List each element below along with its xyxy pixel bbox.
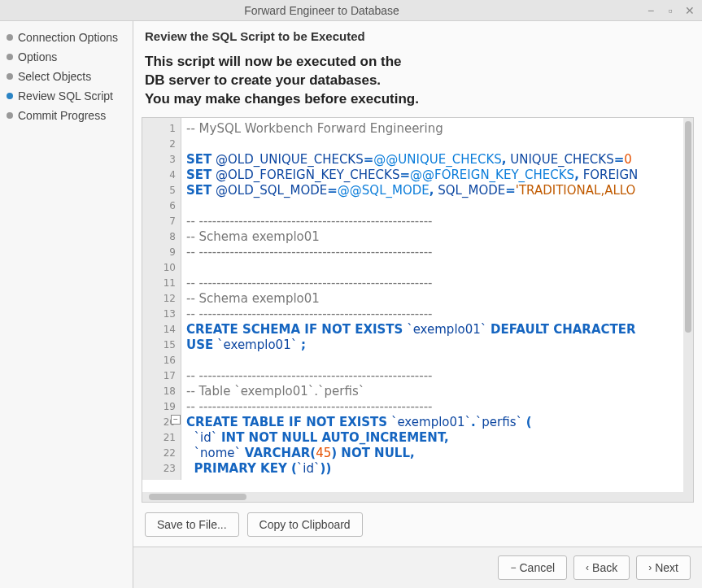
maximize-icon[interactable]: ▫ [663,3,678,18]
window-title: Forward Engineer to Database [5,4,639,17]
bullet-icon [7,34,13,41]
code-line[interactable]: -- -------------------------------------… [186,368,688,384]
line-number: 5 [142,183,176,198]
dialog-footer: −Cancel ‹Back ›Next [133,547,702,588]
sidebar-item-label: Review SQL Script [18,89,113,102]
line-number: 18 [142,384,176,399]
line-number: 12 [142,291,176,307]
bullet-icon [7,112,13,119]
horizontal-scrollbar[interactable] [142,492,693,502]
line-number: 3 [142,152,176,168]
code-line[interactable]: -- -------------------------------------… [186,245,688,260]
line-number: 7 [142,214,176,229]
line-number: 9 [142,245,176,260]
button-label: Cancel [519,561,555,574]
code-line[interactable]: USE `exemplo01` ; [186,338,688,353]
editor-buttons: Save to File... Copy to Clipboard [133,503,702,547]
sidebar-item-commit-progress[interactable]: Commit Progress [0,106,133,125]
sidebar-item-label: Commit Progress [18,109,106,122]
code-line[interactable]: SET @OLD_FOREIGN_KEY_CHECKS=@@FOREIGN_KE… [186,168,688,183]
sidebar-item-review-sql-script[interactable]: Review SQL Script [0,86,133,106]
code-line[interactable]: `nome` VARCHAR(45) NOT NULL, [186,446,688,461]
close-icon[interactable]: ✕ [682,3,697,18]
code-line[interactable] [186,137,688,152]
content-area: Connection Options Options Select Object… [0,21,702,588]
next-button[interactable]: ›Next [636,555,691,580]
main-panel: Review the SQL Script to be Executed Thi… [133,21,702,588]
sidebar-item-label: Connection Options [18,31,118,44]
code-line[interactable]: -- Schema exemplo01 [186,229,688,245]
bullet-icon [7,93,13,99]
minimize-icon[interactable]: − [643,3,658,18]
code-line[interactable]: -- -------------------------------------… [186,307,688,322]
vertical-scrollbar[interactable] [683,118,693,492]
code-line[interactable]: PRIMARY KEY (`id`)) [186,461,688,477]
button-label: Next [655,561,678,574]
code-line[interactable]: -- -------------------------------------… [186,399,688,415]
line-number: 23 [142,461,176,477]
description-line: You may make changes before executing. [145,90,691,109]
line-number: 17 [142,368,176,384]
sql-editor[interactable]: 1234567891011121314151617181920212223 --… [142,117,694,503]
line-number: 10 [142,260,176,276]
line-number: 13 [142,307,176,322]
line-number: 6 [142,198,176,214]
code-line[interactable]: -- -------------------------------------… [186,276,688,291]
dialog-window: Forward Engineer to Database − ▫ ✕ Conne… [0,0,702,588]
line-number-gutter: 1234567891011121314151617181920212223 [142,118,181,480]
line-number: 4 [142,168,176,183]
description-line: DB server to create your databases. [145,72,691,90]
line-number: 11 [142,276,176,291]
sidebar-item-options[interactable]: Options [0,47,133,67]
code-line[interactable] [186,353,688,368]
sidebar-item-connection-options[interactable]: Connection Options [0,28,133,47]
code-line[interactable]: -- -------------------------------------… [186,214,688,229]
code-line[interactable]: -- Schema exemplo01 [186,291,688,307]
line-number: 21 [142,430,176,446]
wizard-steps-sidebar: Connection Options Options Select Object… [0,21,133,588]
code-line[interactable]: CREATE TABLE IF NOT EXISTS `exemplo01`.`… [186,415,688,430]
line-number: 14 [142,322,176,338]
page-header: Review the SQL Script to be Executed [133,21,702,45]
code-line[interactable]: -- Table `exemplo01`.`perfis` [186,384,688,399]
sidebar-item-label: Select Objects [18,70,91,83]
bullet-icon [7,54,13,60]
chevron-right-icon: › [648,562,652,573]
scrollbar-thumb[interactable] [149,494,246,500]
code-line[interactable]: CREATE SCHEMA IF NOT EXISTS `exemplo01` … [186,322,688,338]
chevron-left-icon: ‹ [586,562,589,573]
line-number: 8 [142,229,176,245]
line-number: 19 [142,399,176,415]
code-line[interactable]: SET @OLD_SQL_MODE=@@SQL_MODE, SQL_MODE='… [186,183,688,198]
back-button[interactable]: ‹Back [573,555,630,580]
copy-to-clipboard-button[interactable]: Copy to Clipboard [247,512,363,537]
sidebar-item-label: Options [18,50,57,63]
line-number: 2 [142,137,176,152]
code-line[interactable] [186,260,688,276]
code-line[interactable]: -- MySQL Workbench Forward Engineering [186,121,688,137]
code-line[interactable]: SET @OLD_UNIQUE_CHECKS=@@UNIQUE_CHECKS, … [186,152,688,168]
description: This script will now be executed on the … [133,45,702,115]
description-line: This script will now be executed on the [145,53,691,72]
code-line[interactable] [186,198,688,214]
save-to-file-button[interactable]: Save to File... [145,512,239,537]
code-area[interactable]: -- MySQL Workbench Forward EngineeringSE… [181,118,693,480]
line-number: 16 [142,353,176,368]
scrollbar-thumb[interactable] [685,121,691,333]
line-number: 1 [142,121,176,137]
code-line[interactable]: `id` INT NOT NULL AUTO_INCREMENT, [186,430,688,446]
cancel-button[interactable]: −Cancel [498,555,567,580]
bullet-icon [7,73,13,80]
line-number: 22 [142,446,176,461]
sidebar-item-select-objects[interactable]: Select Objects [0,67,133,86]
fold-minus-icon[interactable]: − [171,415,181,425]
page-title: Review the SQL Script to be Executed [145,29,691,43]
minus-icon: − [510,562,516,573]
titlebar: Forward Engineer to Database − ▫ ✕ [0,0,702,21]
line-number: 15 [142,338,176,353]
button-label: Back [592,561,617,574]
